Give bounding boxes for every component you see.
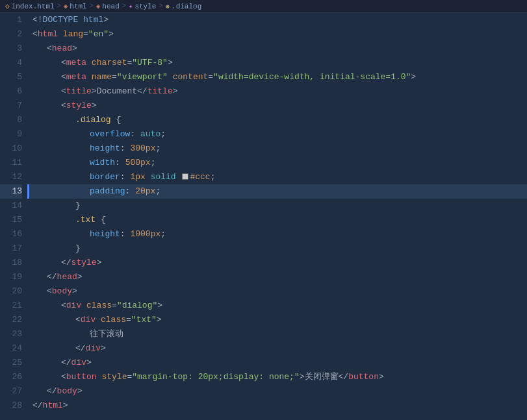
line-numbers: 1 2 3 4 5 6 7 8 9 10 11 12 13 14 15 16 1… bbox=[0, 13, 27, 420]
code-line-16: height: 1000px; bbox=[27, 227, 527, 241]
line-num-26: 26 bbox=[0, 370, 22, 384]
editor: 1 2 3 4 5 6 7 8 9 10 11 12 13 14 15 16 1… bbox=[0, 13, 527, 420]
line-num-10: 10 bbox=[0, 142, 22, 156]
line-num-2: 2 bbox=[0, 27, 22, 42]
breadcrumb-sep-3: > bbox=[122, 3, 126, 10]
line-num-1: 1 bbox=[0, 13, 22, 27]
code-line-18: </style> bbox=[27, 256, 527, 270]
breadcrumb: ◇ index.html > ◈ html > ◈ head > ✦ style… bbox=[0, 0, 527, 13]
code-line-9: overflow: auto; bbox=[27, 127, 527, 142]
code-line-20: <body> bbox=[27, 284, 527, 299]
code-line-21: <div class="dialog"> bbox=[27, 299, 527, 313]
code-line-8: .dialog { bbox=[27, 113, 527, 127]
breadcrumb-sep-1: > bbox=[57, 3, 61, 10]
code-line-2: <html lang="en"> bbox=[27, 27, 527, 42]
style-icon: ✦ bbox=[129, 2, 133, 10]
line-num-22: 22 bbox=[0, 313, 22, 327]
line-num-20: 20 bbox=[0, 284, 22, 299]
code-line-15: .txt { bbox=[27, 213, 527, 227]
breadcrumb-sep-4: > bbox=[159, 3, 162, 10]
code-line-1: <!DOCTYPE html> bbox=[27, 13, 527, 27]
code-area[interactable]: <!DOCTYPE html> <html lang="en"> <head> … bbox=[27, 13, 527, 420]
code-line-26: <button style="margin-top: 20px;display:… bbox=[27, 370, 527, 384]
breadcrumb-file-label: index.html bbox=[12, 3, 55, 10]
breadcrumb-file[interactable]: ◇ index.html bbox=[5, 2, 55, 10]
line-num-13: 13 bbox=[0, 184, 22, 199]
line-num-12: 12 bbox=[0, 170, 22, 184]
dialog-icon: ❋ bbox=[165, 2, 170, 10]
code-line-19: </head> bbox=[27, 270, 527, 284]
code-line-11: width: 500px; bbox=[27, 156, 527, 170]
line-num-4: 4 bbox=[0, 56, 22, 70]
code-line-4: <meta charset="UTF-8"> bbox=[27, 56, 527, 70]
code-line-22: <div class="txt"> bbox=[27, 313, 527, 327]
code-line-6: <title>Document</title> bbox=[27, 84, 527, 99]
breadcrumb-html[interactable]: ◈ html bbox=[64, 2, 87, 10]
code-line-14: } bbox=[27, 199, 527, 213]
breadcrumb-style[interactable]: ✦ style bbox=[129, 2, 157, 10]
breadcrumb-head[interactable]: ◈ head bbox=[96, 2, 120, 10]
line-num-16: 16 bbox=[0, 227, 22, 241]
code-line-12: border: 1px solid #ccc; bbox=[27, 170, 527, 184]
line-num-24: 24 bbox=[0, 341, 22, 356]
line-num-5: 5 bbox=[0, 70, 22, 84]
line-num-11: 11 bbox=[0, 156, 22, 170]
code-line-13: padding: 20px; bbox=[27, 184, 527, 199]
line-num-8: 8 bbox=[0, 113, 22, 127]
breadcrumb-style-label: style bbox=[135, 3, 156, 10]
code-line-5: <meta name="viewport" content="width=dev… bbox=[27, 70, 527, 84]
code-line-7: <style> bbox=[27, 99, 527, 113]
file-icon: ◇ bbox=[5, 2, 10, 10]
line-num-9: 9 bbox=[0, 127, 22, 142]
html-icon: ◈ bbox=[64, 2, 68, 10]
code-line-10: height: 300px; bbox=[27, 142, 527, 156]
code-line-28: </html> bbox=[27, 399, 527, 413]
code-line-24: </div> bbox=[27, 341, 527, 356]
line-num-17: 17 bbox=[0, 241, 22, 256]
breadcrumb-sep-2: > bbox=[90, 3, 94, 10]
line-num-15: 15 bbox=[0, 213, 22, 227]
code-line-25: </div> bbox=[27, 356, 527, 370]
line-num-6: 6 bbox=[0, 84, 22, 99]
line-num-25: 25 bbox=[0, 356, 22, 370]
line-num-19: 19 bbox=[0, 270, 22, 284]
line-num-28: 28 bbox=[0, 399, 22, 413]
line-num-3: 3 bbox=[0, 42, 22, 56]
code-line-17: } bbox=[27, 241, 527, 256]
line-num-18: 18 bbox=[0, 256, 22, 270]
breadcrumb-head-label: head bbox=[102, 3, 119, 10]
code-line-27: </body> bbox=[27, 384, 527, 399]
line-num-14: 14 bbox=[0, 199, 22, 213]
line-num-7: 7 bbox=[0, 99, 22, 113]
code-line-23: 往下滚动 bbox=[27, 327, 527, 341]
code-line-3: <head> bbox=[27, 42, 527, 56]
color-swatch-ccc bbox=[182, 173, 188, 180]
breadcrumb-dialog[interactable]: ❋ .dialog bbox=[165, 2, 201, 10]
line-num-27: 27 bbox=[0, 384, 22, 399]
breadcrumb-html-label: html bbox=[70, 3, 86, 10]
breadcrumb-dialog-label: .dialog bbox=[172, 3, 201, 10]
line-num-21: 21 bbox=[0, 299, 22, 313]
head-icon: ◈ bbox=[96, 2, 101, 10]
line-num-23: 23 bbox=[0, 327, 22, 341]
